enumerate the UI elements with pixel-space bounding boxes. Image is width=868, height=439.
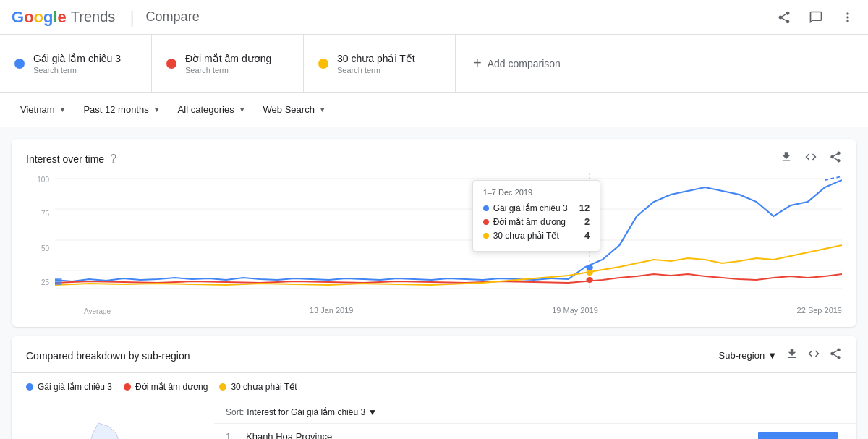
sub-region-arrow: ▼ — [767, 350, 777, 361]
share-chart-icon[interactable] — [829, 150, 842, 167]
term3-name: 30 chưa phải Tết — [337, 53, 415, 64]
sub-region-dropdown[interactable]: Sub-region ▼ — [719, 350, 777, 361]
svg-rect-5 — [55, 278, 61, 285]
y-label-50: 50 — [26, 244, 49, 252]
region-filter-arrow: ▼ — [59, 106, 66, 114]
breakdown-actions: Sub-region ▼ — [719, 347, 842, 364]
row-province-name: Khanh Hoa Province — [246, 431, 758, 439]
chart-svg — [55, 173, 842, 303]
share-icon[interactable] — [775, 9, 793, 26]
search-term-1[interactable]: Gái già lắm chiêu 3 Search term — [0, 35, 152, 92]
embed-icon[interactable] — [804, 150, 817, 167]
legend-text-2: Đời mắt âm dương — [135, 382, 208, 392]
tooltip-value-1: 12 — [579, 203, 590, 213]
search-terms-bar: Gái già lắm chiêu 3 Search term Đời mắt … — [0, 35, 868, 93]
tooltip-row3-name: 30 chưa phải Tết — [483, 231, 559, 241]
compare-label: Compare — [146, 9, 200, 25]
breakdown-embed-icon[interactable] — [807, 347, 820, 364]
download-icon[interactable] — [780, 150, 793, 167]
interest-over-time-card: Interest over time ? 100 — [12, 139, 856, 327]
main-content: Interest over time ? 100 — [0, 127, 868, 439]
google-logo: Google Trends — [12, 8, 115, 27]
table-sort-row: Sort: Interest for Gái già lắm chiêu 3 ▼ — [214, 401, 856, 424]
x-axis-average: Average — [84, 306, 111, 315]
search-term-2[interactable]: Đời mắt âm dương Search term — [152, 35, 304, 92]
chart-tooltip: 1–7 Dec 2019 Gái già lắm chiêu 3 12 — [472, 180, 601, 252]
card-actions — [780, 150, 842, 167]
legend-dot-2 — [124, 383, 131, 391]
legend-item-2: Đời mắt âm dương — [124, 382, 208, 392]
x-label-jan: 13 Jan 2019 — [310, 306, 354, 315]
x-label-may: 19 May 2019 — [552, 306, 598, 315]
header-icons — [775, 9, 856, 26]
term3-info: 30 chưa phải Tết Search term — [337, 53, 415, 74]
tooltip-dot-2 — [483, 219, 489, 225]
row-bar-container — [758, 432, 845, 440]
average-label: Average — [84, 307, 111, 315]
sort-dropdown[interactable]: Interest for Gái già lắm chiêu 3 ▼ — [247, 407, 377, 417]
legend-dot-3 — [219, 383, 226, 391]
help-icon[interactable]: ? — [110, 153, 116, 166]
tooltip-value-3: 4 — [584, 230, 590, 241]
term3-label: Search term — [337, 66, 415, 74]
category-filter-label: All categories — [178, 104, 234, 115]
add-comparison-button[interactable]: + Add comparison — [456, 35, 600, 92]
tooltip-row-3: 30 chưa phải Tết 4 — [483, 230, 590, 241]
term3-dot — [318, 59, 328, 69]
tooltip-row2-name: Đời mắt âm dương — [483, 217, 566, 227]
tooltip-value-2: 2 — [584, 216, 590, 227]
map-svg — [26, 416, 200, 439]
search-type-filter[interactable]: Web Search ▼ — [255, 98, 335, 121]
breakdown-table: Sort: Interest for Gái già lắm chiêu 3 ▼… — [214, 401, 856, 439]
breakdown-legend: Gái già lắm chiêu 3 Đời mắt âm dương 30 … — [12, 373, 856, 401]
y-label-100: 100 — [26, 176, 49, 184]
term1-label: Search term — [33, 66, 121, 74]
tooltip-row1-name: Gái già lắm chiêu 3 — [483, 203, 568, 213]
chart-area: 100 75 50 25 — [12, 173, 856, 327]
tooltip-dot-1 — [483, 205, 489, 211]
x-label-sep: 22 Sep 2019 — [797, 306, 842, 315]
sort-arrow: ▼ — [368, 407, 377, 417]
time-period-filter-label: Past 12 months — [83, 104, 148, 115]
legend-text-1: Gái già lắm chiêu 3 — [38, 382, 112, 392]
legend-dot-1 — [26, 383, 33, 391]
term2-name: Đời mắt âm dương — [185, 53, 271, 64]
y-axis: 100 75 50 25 — [26, 173, 49, 315]
category-filter-arrow: ▼ — [239, 106, 246, 114]
region-filter-label: Vietnam — [20, 104, 54, 115]
add-comparison-label: Add comparison — [488, 58, 561, 69]
chart-wrapper: 100 75 50 25 — [26, 173, 842, 315]
svg-point-9 — [586, 277, 592, 283]
chart-svg-container: 1–7 Dec 2019 Gái già lắm chiêu 3 12 — [55, 173, 842, 303]
card-title: Interest over time ? — [26, 153, 116, 166]
x-axis-labels: Average 13 Jan 2019 19 May 2019 22 Sep 2… — [55, 303, 842, 315]
term1-dot — [14, 59, 25, 69]
term2-info: Đời mắt âm dương Search term — [185, 53, 271, 74]
sub-region-label: Sub-region — [719, 350, 765, 361]
feedback-icon[interactable] — [807, 9, 825, 26]
breakdown-download-icon[interactable] — [786, 347, 799, 364]
svg-point-10 — [586, 270, 592, 276]
legend-item-3: 30 chưa phải Tết — [219, 382, 297, 392]
table-row: 1 Khanh Hoa Province — [214, 424, 856, 439]
region-filter[interactable]: Vietnam ▼ — [12, 98, 75, 121]
tooltip-date: 1–7 Dec 2019 — [483, 188, 590, 197]
breakdown-content: Sort: Interest for Gái già lắm chiêu 3 ▼… — [12, 401, 856, 439]
breakdown-card: Compared breakdown by sub-region Sub-reg… — [12, 336, 856, 439]
time-period-filter[interactable]: Past 12 months ▼ — [75, 98, 169, 121]
term2-label: Search term — [185, 66, 271, 74]
header: Google Trends | Compare — [0, 0, 868, 35]
search-type-filter-label: Web Search — [263, 104, 315, 115]
tooltip-dot-3 — [483, 233, 489, 239]
menu-icon[interactable] — [839, 9, 856, 26]
search-term-3[interactable]: 30 chưa phải Tết Search term — [304, 35, 456, 92]
breakdown-share-icon[interactable] — [829, 347, 842, 364]
interest-over-time-title: Interest over time — [26, 153, 104, 165]
row-bar — [758, 432, 838, 440]
time-period-filter-arrow: ▼ — [153, 106, 161, 114]
term1-info: Gái già lắm chiêu 3 Search term — [33, 53, 121, 74]
tooltip-row-1: Gái già lắm chiêu 3 12 — [483, 203, 590, 213]
category-filter[interactable]: All categories ▼ — [169, 98, 255, 121]
sort-value-text: Interest for Gái già lắm chiêu 3 — [247, 407, 365, 417]
y-label-75: 75 — [26, 210, 49, 218]
